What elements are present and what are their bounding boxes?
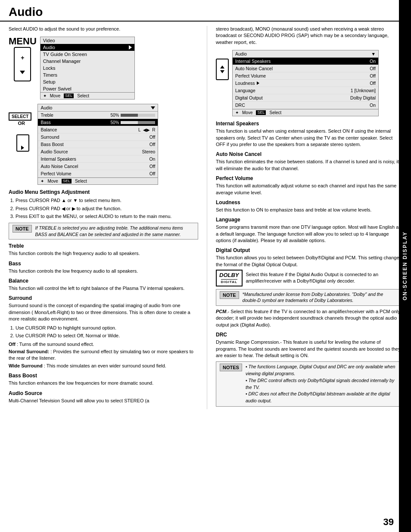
audio-sub-header: Audio	[38, 104, 158, 112]
audio-sub-footer: ✦ Move SEL Select	[38, 177, 158, 184]
audio-row-audiosource: Audio Source Stereo	[38, 148, 158, 156]
perfectvolume-text: This function will automatically adjust …	[216, 183, 402, 196]
down-arrow-icon3	[220, 70, 224, 73]
internalspeakers-text: This function is useful when using exter…	[216, 128, 402, 148]
dolby-text: DOLBY	[219, 271, 239, 279]
loudness-text: Set this function to ON to emphasize bas…	[216, 207, 402, 213]
osd-main-footer: ✦ Move SEL Select	[40, 92, 134, 99]
menu-item-setup: Setup	[40, 78, 134, 85]
audio-sub-osd: Audio Treble 50% Bass	[37, 104, 158, 185]
note-label-2: NOTE	[220, 291, 239, 299]
page-number: 39	[383, 516, 394, 528]
step-2: Press CURSOR PAD ◀ or ▶ to adjust the fu…	[16, 205, 198, 212]
notes-item-2: The DRC control affects only Dolby®Digit…	[246, 377, 399, 391]
or-label: OR	[18, 121, 25, 126]
bassboost-text: This function enhances the low frequenci…	[9, 380, 198, 386]
audio-row-bass: Bass 50%	[38, 119, 158, 126]
notes-item-3: DRC does not affect the Dolby®Digital bi…	[246, 391, 399, 404]
move-icon: ✦	[43, 93, 47, 98]
bass-text: This function controls the low frequency…	[9, 268, 198, 274]
steps-list: Press CURSOR PAD ▲ or ▼ to select menu i…	[16, 197, 198, 220]
arrow-right-small-icon	[21, 146, 24, 150]
language-heading: Language	[216, 217, 402, 223]
sel-badge2: SEL	[62, 179, 72, 184]
language-text: Some programs transmit more than one DTV…	[216, 224, 402, 244]
audio-submenu-area: SELECT OR Audio Treble 50%	[9, 104, 198, 185]
select-badge: SELECT	[9, 112, 31, 121]
notes-list-final: The functions Language, Digital Output a…	[246, 364, 399, 404]
right-column: stereo broadcast), MONO (monaural sound)…	[207, 26, 402, 409]
bass-heading: Bass	[9, 261, 198, 267]
menu-diagram: MENU + Video Audio TV Guide On Screen Ch…	[9, 37, 198, 100]
treble-heading: Treble	[9, 243, 198, 249]
select-label: Select	[77, 93, 89, 98]
right-osd-area: Audio ▼ Internal Speakers On Auto Noise …	[216, 50, 402, 116]
right-intro: stereo broadcast), MONO (monaural sound)…	[216, 26, 402, 46]
audio-row-treble: Treble 50%	[38, 112, 158, 119]
page-title: Audio	[0, 0, 411, 22]
treble-text: This function controls the high frequenc…	[9, 250, 198, 257]
balance-heading: Balance	[9, 278, 198, 284]
surround-off: Off : Turns off the surround sound effec…	[9, 341, 198, 348]
right-row-perfectvolume: Perfect Volume Off	[233, 72, 378, 80]
surround-heading: Surround	[9, 295, 198, 301]
internalspeakers-heading: Internal Speakers	[216, 121, 402, 127]
main-osd-menu: Video Audio TV Guide On Screen Channel M…	[40, 37, 135, 100]
notes-item-1: The functions Language, Digital Output a…	[246, 364, 399, 377]
dolby-box: DOLBY DIGITAL Select this feature if the…	[216, 270, 402, 286]
digitaloutput-heading: Digital Output	[216, 247, 402, 253]
audio-row-balance: Balance L ◀▶ R	[38, 126, 158, 134]
surround-step-1: Use CURSOR PAD to highlight surround opt…	[16, 324, 198, 332]
move-icon2: ✦	[40, 179, 44, 184]
loudness-arrow-icon	[257, 81, 259, 85]
menu-item-powerswivel: Power Swivel	[40, 85, 134, 92]
digitaloutput-text: This function allows you to select betwe…	[216, 255, 402, 268]
move-icon3: ✦	[235, 110, 239, 115]
note-box: NOTE If TREBLE is selected you are adjus…	[9, 223, 198, 240]
right-row-drc: DRC On	[233, 102, 378, 109]
note-label: NOTE	[12, 225, 32, 233]
perfectvolume-heading: Perfect Volume	[216, 175, 402, 181]
audiosource-text: Multi-Channel Television Sound will allo…	[9, 398, 198, 404]
surround-text: Surround sound is the concept of expandi…	[9, 302, 198, 322]
menu-item-audio: Audio	[40, 44, 134, 51]
menu-item-channel: Channel Manager	[40, 58, 134, 65]
sel-badge: SEL	[64, 93, 74, 98]
plus-icon: +	[21, 54, 24, 61]
select-label2: Select	[75, 179, 87, 184]
menu-remote: MENU +	[9, 37, 37, 81]
arrow-right-icon	[129, 45, 132, 50]
surround-steps: Use CURSOR PAD to highlight surround opt…	[16, 324, 198, 339]
step-1: Press CURSOR PAD ▲ or ▼ to select menu i…	[16, 197, 198, 204]
menu-label: MENU	[9, 37, 37, 46]
step-3: Press EXIT to quit the MENU, or select A…	[16, 213, 198, 220]
audio-row-internalspeakers: Internal Speakers On	[38, 156, 158, 163]
down-arrow-icon2	[151, 106, 155, 109]
drc-text: Dynamic Range Compression.- This feature…	[216, 339, 402, 359]
move-label2: Move	[47, 179, 58, 184]
surround-step-2: Use CURSOR PAD to select Off, Normal or …	[16, 332, 198, 339]
note-box-2: NOTE *Manufactured under license from Do…	[216, 289, 402, 306]
right-osd-footer: ✦ Move SEL Select	[233, 109, 378, 116]
dolby-sub: DIGITAL	[221, 279, 237, 284]
surround-normal: Normal Surround: : Provides the surround…	[9, 348, 198, 362]
intro-text: Select AUDIO to adjust the sound to your…	[9, 26, 198, 32]
left-column: Select AUDIO to adjust the sound to your…	[9, 26, 207, 409]
side-label: ON-SCREEN DISPLAY	[399, 0, 411, 532]
menu-item-timers: Timers	[40, 72, 134, 78]
audio-row-autonoise: Auto Noise Cancel Off	[38, 163, 158, 170]
loudness-heading: Loudness	[216, 199, 402, 205]
note-text-2: *Manufactured under license from Dolby L…	[243, 291, 399, 304]
audiosource-heading: Audio Source	[9, 390, 198, 396]
menu-item-tvguide: TV Guide On Screen	[40, 51, 134, 58]
move-label3: Move	[242, 110, 252, 115]
right-row-internalspeakers: Internal Speakers On	[233, 58, 378, 65]
side-label-text: ON-SCREEN DISPLAY	[402, 231, 408, 300]
dolby-icon: DOLBY DIGITAL	[216, 270, 243, 286]
notes-box-final: NOTES The functions Language, Digital Ou…	[216, 361, 402, 407]
down-arrow-icon	[20, 71, 25, 74]
select-label3: Select	[269, 110, 281, 115]
menu-item-video: Video	[40, 37, 134, 44]
notes-label-final: NOTES	[220, 364, 242, 371]
right-row-digitaloutput: Digital Output Dolby Digital	[233, 94, 378, 102]
